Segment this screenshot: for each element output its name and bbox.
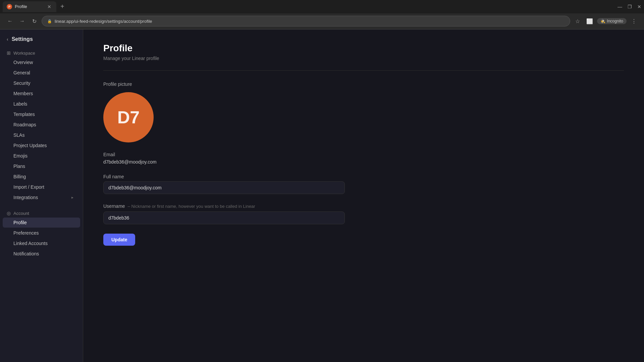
sidebar-item-labels[interactable]: Labels <box>3 99 80 109</box>
account-label: Account <box>13 211 29 216</box>
forward-button[interactable]: → <box>17 16 27 26</box>
sidebar-item-billing[interactable]: Billing <box>3 172 80 182</box>
avatar-initials: D7 <box>117 107 140 127</box>
main-content: Profile Manage your Linear profile Profi… <box>83 29 644 362</box>
app: ‹ Settings ⊞ Workspace Overview General … <box>0 29 644 362</box>
back-button[interactable]: ← <box>5 16 15 26</box>
sidebar-item-emojis[interactable]: Emojis <box>3 151 80 161</box>
extensions-button[interactable]: ⬜ <box>585 16 594 26</box>
username-row: Username – Nickname or first name, howev… <box>103 203 624 209</box>
tab-title: Profile <box>15 4 27 9</box>
active-tab[interactable]: P Profile ✕ <box>3 1 56 12</box>
sidebar-item-templates[interactable]: Templates <box>3 109 80 119</box>
minimize-button[interactable]: — <box>618 4 622 9</box>
workspace-section: ⊞ Workspace Overview General Security Me… <box>0 48 83 202</box>
email-value: d7bdeb36@moodjoy.com <box>103 159 624 165</box>
integrations-arrow-icon: ▸ <box>71 195 73 200</box>
sidebar-header: ‹ Settings <box>0 29 83 48</box>
full-name-section: Full name <box>103 174 624 194</box>
reload-button[interactable]: ↻ <box>30 16 39 26</box>
sidebar-title: Settings <box>12 36 33 42</box>
sidebar: ‹ Settings ⊞ Workspace Overview General … <box>0 29 83 362</box>
profile-picture-section: Profile picture D7 <box>103 81 624 142</box>
workspace-section-title: ⊞ Workspace <box>0 48 83 57</box>
address-bar[interactable]: 🔒 linear.app/ui-feed-redesign/settings/a… <box>42 16 570 26</box>
sidebar-item-overview[interactable]: Overview <box>3 57 80 67</box>
page-subtitle: Manage your Linear profile <box>103 56 624 61</box>
username-label: Username <box>103 203 125 209</box>
sidebar-item-general[interactable]: General <box>3 68 80 78</box>
section-divider <box>103 70 624 71</box>
full-name-input[interactable] <box>103 181 345 194</box>
browser-chrome: P Profile ✕ + — ❐ ✕ ← → ↻ 🔒 linear.app/u… <box>0 0 644 29</box>
maximize-button[interactable]: ❐ <box>628 4 632 9</box>
account-section: ◎ Account Profile Preferences Linked Acc… <box>0 208 83 259</box>
sidebar-item-project-updates[interactable]: Project Updates <box>3 140 80 150</box>
browser-controls: ← → ↻ 🔒 linear.app/ui-feed-redesign/sett… <box>0 13 644 29</box>
sidebar-item-profile[interactable]: Profile <box>3 218 80 228</box>
sidebar-item-linked-accounts[interactable]: Linked Accounts <box>3 238 80 248</box>
profile-picture-label: Profile picture <box>103 81 624 87</box>
tab-close-button[interactable]: ✕ <box>46 4 52 10</box>
incognito-label: Incognito <box>607 19 623 23</box>
sidebar-back-button[interactable]: ‹ <box>7 37 8 42</box>
sidebar-item-plans[interactable]: Plans <box>3 161 80 171</box>
incognito-badge: 🕵 Incognito <box>597 18 627 24</box>
tab-favicon: P <box>7 4 12 9</box>
browser-tabs: P Profile ✕ + — ❐ ✕ <box>0 0 644 13</box>
workspace-label: Workspace <box>13 51 35 56</box>
sidebar-item-roadmaps[interactable]: Roadmaps <box>3 120 80 130</box>
sidebar-item-slas[interactable]: SLAs <box>3 130 80 140</box>
incognito-icon: 🕵 <box>600 19 605 23</box>
username-hint: – Nickname or first name, however you wa… <box>128 204 255 209</box>
username-input[interactable] <box>103 212 345 224</box>
sidebar-item-security[interactable]: Security <box>3 78 80 88</box>
browser-actions: ☆ ⬜ 🕵 Incognito ⋮ <box>573 16 639 26</box>
account-section-title: ◎ Account <box>0 208 83 217</box>
sidebar-item-integrations[interactable]: Integrations ▸ <box>3 192 80 202</box>
sidebar-item-preferences[interactable]: Preferences <box>3 228 80 238</box>
new-tab-button[interactable]: + <box>58 1 67 12</box>
account-icon: ◎ <box>7 210 11 216</box>
sidebar-item-members[interactable]: Members <box>3 88 80 99</box>
sidebar-item-notifications[interactable]: Notifications <box>3 249 80 259</box>
close-button[interactable]: ✕ <box>637 4 641 9</box>
email-section: Email d7bdeb36@moodjoy.com <box>103 152 624 165</box>
username-section: Username – Nickname or first name, howev… <box>103 203 624 224</box>
workspace-icon: ⊞ <box>7 50 11 56</box>
bookmark-button[interactable]: ☆ <box>573 16 582 26</box>
lock-icon: 🔒 <box>47 19 52 23</box>
avatar[interactable]: D7 <box>103 92 154 142</box>
full-name-label: Full name <box>103 174 624 179</box>
page-title: Profile <box>103 43 624 54</box>
integrations-label: Integrations <box>13 195 38 200</box>
window-controls: — ❐ ✕ <box>618 4 641 9</box>
url-text: linear.app/ui-feed-redesign/settings/acc… <box>55 19 152 24</box>
update-button[interactable]: Update <box>103 234 135 246</box>
sidebar-item-import-export[interactable]: Import / Export <box>3 182 80 192</box>
more-options-button[interactable]: ⋮ <box>629 16 639 26</box>
email-label: Email <box>103 152 624 157</box>
